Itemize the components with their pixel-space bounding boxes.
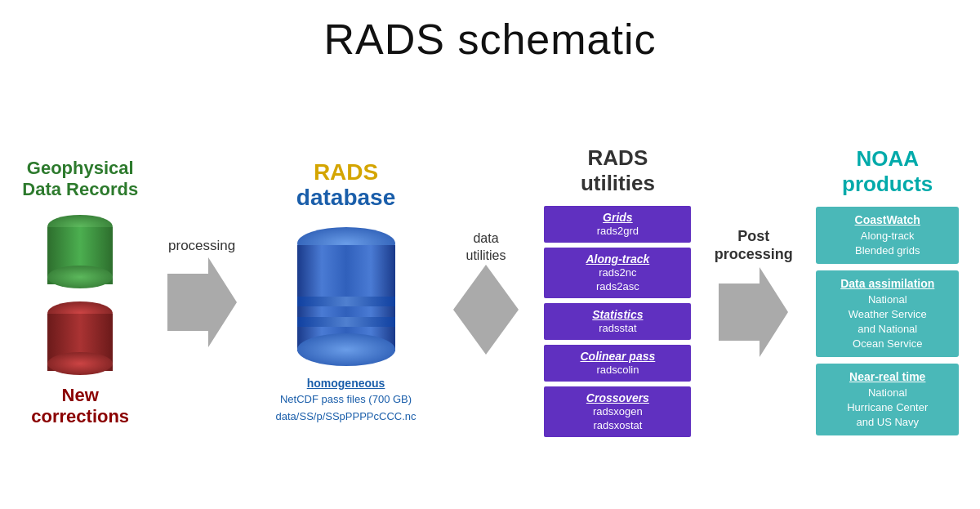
svg-marker-1 [453, 265, 519, 355]
util-colin-cmd: radscolin [550, 364, 684, 377]
big-cyl-stripe2 [297, 317, 395, 327]
noaa-coastwatch: CoastWatch Along-track Blended grids [816, 207, 959, 264]
db-sub2: data/SS/p/SSpPPPPcCCC.nc [276, 409, 416, 425]
noaa-nrt-line3: and US Navy [822, 415, 952, 430]
noaa-title: NOAAproducts [842, 146, 933, 197]
noaa-da-line2: Weather Service [822, 307, 952, 322]
noaa-nrt-line2: Hurricane Center [822, 400, 952, 415]
geophysical-title: GeophysicalData Records [22, 158, 138, 201]
noaa-nearreal: Near-real time National Hurricane Center… [816, 364, 959, 435]
util-along-track: Along-track rads2ncrads2asc [544, 248, 691, 298]
util-stats-cmd: radsstat [550, 322, 684, 336]
post-proc-arrow: Postprocessing [717, 228, 791, 356]
diamond-arrow-svg [453, 265, 519, 355]
util-colin-name: Colinear pass [550, 349, 684, 364]
noaa-nrt-name: Near-real time [822, 369, 952, 386]
util-along-cmd: rads2ncrads2asc [550, 266, 684, 294]
cyl-green-bottom [47, 266, 113, 288]
col-utilities: RADSutilities Grids rads2grd Along-track… [544, 145, 691, 440]
post-proc-label: Postprocessing [715, 228, 793, 263]
rads-util-title: RADSutilities [544, 145, 691, 196]
noaa-da-line3: and National [822, 322, 952, 337]
noaa-cw-line2: Blended grids [822, 243, 952, 258]
page-title: RADS schematic [0, 0, 980, 64]
db-homogeneous-label: homogeneous [307, 377, 385, 390]
util-grids-name: Grids [550, 210, 684, 225]
right-arrow-svg [167, 257, 237, 347]
noaa-cw-name: CoastWatch [822, 212, 952, 229]
database-label: database [296, 185, 395, 210]
rads-db-title: RADS database [265, 160, 428, 211]
col-rads-db: RADS database homogeneous NetCDF pass fi… [265, 160, 428, 425]
data-util-arrow: datautilities [453, 230, 519, 355]
big-blue-cylinder [297, 227, 395, 366]
rads-label: RADS [314, 159, 378, 185]
new-corrections-label: Newcorrections [31, 385, 129, 427]
green-cylinder [47, 215, 113, 288]
util-grids: Grids rads2grd [544, 206, 691, 243]
util-along-name: Along-track [550, 252, 684, 266]
svg-marker-2 [719, 267, 788, 357]
col-geophysical: GeophysicalData Records Newcorrections [21, 158, 140, 428]
col-noaa: NOAAproducts CoastWatch Along-track Blen… [816, 146, 959, 440]
big-cyl-stripe1 [297, 297, 395, 306]
red-cylinder [47, 301, 113, 375]
noaa-cw-line1: Along-track [822, 229, 952, 243]
noaa-da-name: Data assimilation [822, 276, 952, 292]
util-stats-name: Statistics [550, 307, 684, 322]
util-grids-cmd: rads2grd [550, 225, 684, 239]
util-statistics: Statistics radsstat [544, 303, 691, 340]
main-diagram: GeophysicalData Records Newcorrections p… [0, 64, 980, 505]
db-sub1: NetCDF pass files (700 GB) [280, 391, 412, 408]
processing-arrow: processing [165, 238, 238, 347]
util-colinear: Colinear pass radscolin [544, 345, 691, 382]
svg-marker-0 [167, 257, 237, 347]
data-util-label: datautilities [466, 230, 506, 265]
processing-label: processing [168, 238, 235, 254]
util-crossovers: Crossovers radsxogenradsxostat [544, 386, 691, 437]
noaa-data-assim: Data assimilation National Weather Servi… [816, 270, 959, 357]
cyl-red-bottom [47, 352, 113, 375]
noaa-da-line4: Ocean Service [822, 337, 952, 351]
big-cyl-bottom [297, 333, 395, 366]
util-cross-name: Crossovers [550, 391, 684, 405]
util-cross-cmd: radsxogenradsxostat [550, 405, 684, 433]
noaa-nrt-line1: National [822, 386, 952, 400]
noaa-da-line1: National [822, 292, 952, 307]
post-arrow-svg [719, 267, 788, 357]
